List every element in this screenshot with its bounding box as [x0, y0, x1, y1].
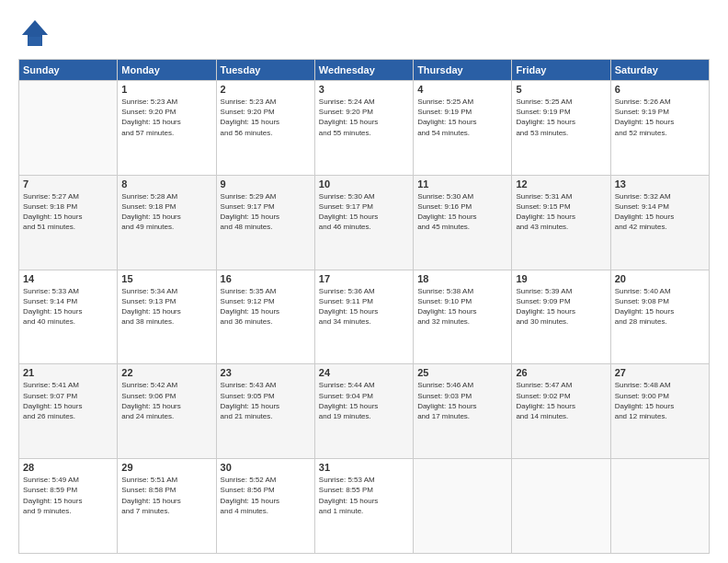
day-number: 23	[221, 367, 311, 378]
calendar-cell	[610, 459, 709, 554]
col-header-thursday: Thursday	[414, 60, 512, 81]
day-info: Sunrise: 5:26 AM Sunset: 9:19 PM Dayligh…	[615, 97, 705, 138]
day-number: 25	[417, 367, 507, 378]
day-number: 13	[615, 178, 705, 190]
day-number: 2	[221, 84, 311, 95]
day-info: Sunrise: 5:44 AM Sunset: 9:04 PM Dayligh…	[319, 380, 409, 421]
calendar-cell: 16Sunrise: 5:35 AM Sunset: 9:12 PM Dayli…	[216, 270, 314, 364]
day-info: Sunrise: 5:36 AM Sunset: 9:11 PM Dayligh…	[319, 286, 409, 327]
day-info: Sunrise: 5:48 AM Sunset: 9:00 PM Dayligh…	[615, 380, 705, 421]
day-info: Sunrise: 5:39 AM Sunset: 9:09 PM Dayligh…	[516, 286, 606, 327]
day-info: Sunrise: 5:34 AM Sunset: 9:13 PM Dayligh…	[121, 286, 211, 327]
day-number: 21	[23, 367, 113, 378]
calendar-cell: 5Sunrise: 5:25 AM Sunset: 9:19 PM Daylig…	[512, 81, 610, 176]
col-header-tuesday: Tuesday	[216, 60, 314, 81]
day-number: 17	[319, 273, 409, 284]
day-info: Sunrise: 5:27 AM Sunset: 9:18 PM Dayligh…	[23, 191, 113, 233]
day-info: Sunrise: 5:38 AM Sunset: 9:10 PM Dayligh…	[417, 286, 507, 327]
day-info: Sunrise: 5:42 AM Sunset: 9:06 PM Dayligh…	[121, 380, 211, 421]
day-info: Sunrise: 5:47 AM Sunset: 9:02 PM Dayligh…	[516, 380, 606, 421]
calendar-cell: 21Sunrise: 5:41 AM Sunset: 9:07 PM Dayli…	[19, 364, 118, 459]
day-info: Sunrise: 5:35 AM Sunset: 9:12 PM Dayligh…	[221, 286, 311, 327]
day-number: 6	[615, 84, 705, 95]
day-info: Sunrise: 5:23 AM Sunset: 9:20 PM Dayligh…	[121, 97, 211, 138]
day-info: Sunrise: 5:28 AM Sunset: 9:18 PM Dayligh…	[121, 191, 211, 233]
week-row-1: 1Sunrise: 5:23 AM Sunset: 9:20 PM Daylig…	[19, 81, 710, 176]
calendar-cell: 4Sunrise: 5:25 AM Sunset: 9:19 PM Daylig…	[414, 81, 512, 176]
day-number: 27	[615, 367, 705, 378]
calendar-cell: 15Sunrise: 5:34 AM Sunset: 9:13 PM Dayli…	[118, 270, 216, 364]
day-number: 15	[121, 273, 211, 284]
calendar-cell: 10Sunrise: 5:30 AM Sunset: 9:17 PM Dayli…	[314, 175, 413, 270]
calendar-cell: 12Sunrise: 5:31 AM Sunset: 9:15 PM Dayli…	[512, 175, 610, 270]
day-info: Sunrise: 5:23 AM Sunset: 9:20 PM Dayligh…	[221, 97, 311, 138]
calendar-cell: 18Sunrise: 5:38 AM Sunset: 9:10 PM Dayli…	[414, 270, 512, 364]
day-number: 3	[319, 84, 409, 95]
col-header-monday: Monday	[118, 60, 216, 81]
logo	[18, 17, 55, 50]
calendar-cell: 27Sunrise: 5:48 AM Sunset: 9:00 PM Dayli…	[610, 364, 709, 459]
calendar-cell: 2Sunrise: 5:23 AM Sunset: 9:20 PM Daylig…	[216, 81, 314, 176]
day-number: 8	[121, 178, 211, 190]
day-info: Sunrise: 5:24 AM Sunset: 9:20 PM Dayligh…	[319, 97, 409, 138]
day-number: 29	[121, 462, 211, 473]
calendar-cell: 20Sunrise: 5:40 AM Sunset: 9:08 PM Dayli…	[610, 270, 709, 364]
calendar-cell: 6Sunrise: 5:26 AM Sunset: 9:19 PM Daylig…	[610, 81, 709, 176]
day-info: Sunrise: 5:46 AM Sunset: 9:03 PM Dayligh…	[417, 380, 507, 421]
week-row-2: 7Sunrise: 5:27 AM Sunset: 9:18 PM Daylig…	[19, 175, 710, 270]
day-info: Sunrise: 5:25 AM Sunset: 9:19 PM Dayligh…	[516, 97, 606, 138]
day-number: 7	[23, 178, 113, 190]
week-row-5: 28Sunrise: 5:49 AM Sunset: 8:59 PM Dayli…	[19, 459, 710, 554]
week-row-4: 21Sunrise: 5:41 AM Sunset: 9:07 PM Dayli…	[19, 364, 710, 459]
day-number: 16	[221, 273, 311, 284]
svg-marker-1	[22, 20, 48, 37]
col-header-friday: Friday	[512, 60, 610, 81]
day-number: 18	[417, 273, 507, 284]
calendar-cell: 11Sunrise: 5:30 AM Sunset: 9:16 PM Dayli…	[414, 175, 512, 270]
col-header-sunday: Sunday	[19, 60, 118, 81]
day-info: Sunrise: 5:33 AM Sunset: 9:14 PM Dayligh…	[23, 286, 113, 327]
page: SundayMondayTuesdayWednesdayThursdayFrid…	[0, 0, 728, 563]
header	[18, 17, 710, 50]
day-info: Sunrise: 5:49 AM Sunset: 8:59 PM Dayligh…	[23, 475, 113, 516]
calendar-cell: 25Sunrise: 5:46 AM Sunset: 9:03 PM Dayli…	[414, 364, 512, 459]
day-info: Sunrise: 5:52 AM Sunset: 8:56 PM Dayligh…	[221, 475, 311, 516]
day-info: Sunrise: 5:53 AM Sunset: 8:55 PM Dayligh…	[319, 475, 409, 516]
calendar-cell: 1Sunrise: 5:23 AM Sunset: 9:20 PM Daylig…	[118, 81, 216, 176]
logo-icon	[18, 17, 51, 50]
col-header-wednesday: Wednesday	[314, 60, 413, 81]
calendar-cell: 3Sunrise: 5:24 AM Sunset: 9:20 PM Daylig…	[314, 81, 413, 176]
day-info: Sunrise: 5:31 AM Sunset: 9:15 PM Dayligh…	[516, 191, 606, 233]
calendar-table: SundayMondayTuesdayWednesdayThursdayFrid…	[18, 59, 710, 554]
day-number: 5	[516, 84, 606, 95]
week-row-3: 14Sunrise: 5:33 AM Sunset: 9:14 PM Dayli…	[19, 270, 710, 364]
calendar-cell: 17Sunrise: 5:36 AM Sunset: 9:11 PM Dayli…	[314, 270, 413, 364]
day-number: 30	[221, 462, 311, 473]
day-info: Sunrise: 5:41 AM Sunset: 9:07 PM Dayligh…	[23, 380, 113, 421]
day-info: Sunrise: 5:43 AM Sunset: 9:05 PM Dayligh…	[221, 380, 311, 421]
day-number: 19	[516, 273, 606, 284]
day-number: 14	[23, 273, 113, 284]
day-info: Sunrise: 5:30 AM Sunset: 9:17 PM Dayligh…	[319, 191, 409, 233]
calendar-cell: 7Sunrise: 5:27 AM Sunset: 9:18 PM Daylig…	[19, 175, 118, 270]
day-number: 4	[417, 84, 507, 95]
calendar-cell: 9Sunrise: 5:29 AM Sunset: 9:17 PM Daylig…	[216, 175, 314, 270]
header-row: SundayMondayTuesdayWednesdayThursdayFrid…	[19, 60, 710, 81]
day-number: 22	[121, 367, 211, 378]
day-number: 20	[615, 273, 705, 284]
calendar-cell	[512, 459, 610, 554]
calendar-cell: 30Sunrise: 5:52 AM Sunset: 8:56 PM Dayli…	[216, 459, 314, 554]
calendar-cell: 31Sunrise: 5:53 AM Sunset: 8:55 PM Dayli…	[314, 459, 413, 554]
day-number: 11	[417, 178, 507, 190]
calendar-cell	[414, 459, 512, 554]
calendar-cell: 14Sunrise: 5:33 AM Sunset: 9:14 PM Dayli…	[19, 270, 118, 364]
day-info: Sunrise: 5:51 AM Sunset: 8:58 PM Dayligh…	[121, 475, 211, 516]
day-info: Sunrise: 5:29 AM Sunset: 9:17 PM Dayligh…	[221, 191, 311, 233]
calendar-cell: 24Sunrise: 5:44 AM Sunset: 9:04 PM Dayli…	[314, 364, 413, 459]
day-number: 24	[319, 367, 409, 378]
col-header-saturday: Saturday	[610, 60, 709, 81]
calendar-cell	[19, 81, 118, 176]
day-info: Sunrise: 5:25 AM Sunset: 9:19 PM Dayligh…	[417, 97, 507, 138]
calendar-cell: 29Sunrise: 5:51 AM Sunset: 8:58 PM Dayli…	[118, 459, 216, 554]
day-number: 10	[319, 178, 409, 190]
